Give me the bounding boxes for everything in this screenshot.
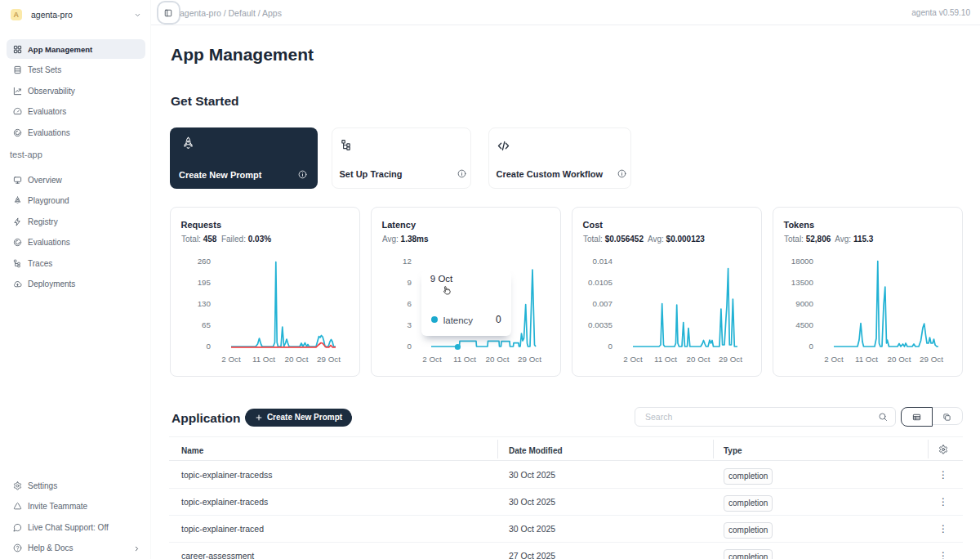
svg-text:2 Oct: 2 Oct xyxy=(623,355,643,364)
svg-text:0.0035: 0.0035 xyxy=(588,320,613,329)
svg-text:2 Oct: 2 Oct xyxy=(221,355,241,364)
svg-text:13500: 13500 xyxy=(791,278,814,287)
svg-text:29 Oct: 29 Oct xyxy=(317,355,341,364)
svg-text:195: 195 xyxy=(198,278,212,287)
svg-text:0: 0 xyxy=(207,342,212,351)
svg-text:6: 6 xyxy=(408,299,412,308)
svg-text:11 Oct: 11 Oct xyxy=(252,355,275,364)
svg-text:0: 0 xyxy=(408,342,412,351)
svg-text:20 Oct: 20 Oct xyxy=(285,355,309,364)
svg-text:260: 260 xyxy=(198,257,212,266)
svg-text:0: 0 xyxy=(809,342,814,351)
svg-text:11 Oct: 11 Oct xyxy=(855,355,878,364)
svg-text:20 Oct: 20 Oct xyxy=(486,355,510,364)
svg-text:11 Oct: 11 Oct xyxy=(453,355,476,364)
svg-text:11 Oct: 11 Oct xyxy=(654,355,677,364)
svg-text:20 Oct: 20 Oct xyxy=(687,355,710,364)
svg-text:29 Oct: 29 Oct xyxy=(518,355,541,364)
svg-text:2 Oct: 2 Oct xyxy=(824,355,844,364)
svg-text:29 Oct: 29 Oct xyxy=(920,355,943,364)
svg-text:9: 9 xyxy=(408,278,412,287)
svg-text:9000: 9000 xyxy=(795,299,813,308)
svg-text:20 Oct: 20 Oct xyxy=(888,355,911,364)
svg-text:29 Oct: 29 Oct xyxy=(719,355,742,364)
svg-text:12: 12 xyxy=(403,257,412,266)
svg-text:0.014: 0.014 xyxy=(592,257,612,266)
svg-text:18000: 18000 xyxy=(791,257,814,266)
svg-text:0.007: 0.007 xyxy=(592,299,612,308)
svg-text:4500: 4500 xyxy=(795,320,813,329)
svg-text:0.0105: 0.0105 xyxy=(588,278,613,287)
svg-text:0: 0 xyxy=(608,342,613,351)
svg-text:65: 65 xyxy=(202,320,211,329)
svg-text:3: 3 xyxy=(408,320,412,329)
svg-text:130: 130 xyxy=(198,299,212,308)
svg-text:2 Oct: 2 Oct xyxy=(422,355,442,364)
